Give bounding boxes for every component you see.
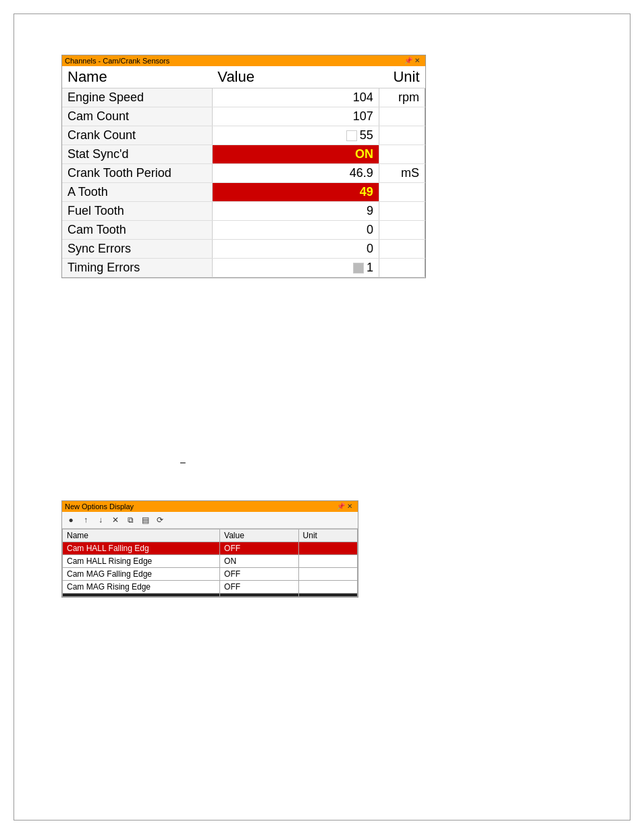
channels-table: Name Value Unit Engine Speed104rpmCam Co… <box>62 66 425 278</box>
option-name-1: Cam HALL Rising Edge <box>63 555 220 568</box>
toolbar-btn-copy2[interactable]: ▤ <box>139 514 151 526</box>
bottom-panel: New Options Display 📌 ✕ ● ↑ ↓ ✕ ⧉ ▤ ⟳ Na… <box>61 500 358 598</box>
toolbar-btn-copy1[interactable]: ⧉ <box>124 514 136 526</box>
options-row-4 <box>63 594 358 597</box>
channel-unit-2 <box>379 126 425 145</box>
channel-value-0: 104 <box>212 88 379 107</box>
channel-value-7: 0 <box>212 221 379 240</box>
toolbar-btn-down[interactable]: ↓ <box>95 514 107 526</box>
option-name-3: Cam MAG Rising Edge <box>63 581 220 594</box>
channel-value-text-8: 0 <box>367 242 373 255</box>
channel-unit-7 <box>379 221 425 240</box>
channels-row-1: Cam Count107 <box>62 107 425 126</box>
option-unit-3 <box>298 581 357 594</box>
option-unit-1 <box>298 555 357 568</box>
options-col-name: Name <box>63 529 220 542</box>
channel-value-4: 46.9 <box>212 164 379 183</box>
option-unit-0 <box>298 542 357 555</box>
channel-value-3: ON <box>212 145 379 164</box>
channel-unit-4: mS <box>379 164 425 183</box>
col-header-unit: Unit <box>379 66 425 88</box>
channel-value-1: 107 <box>212 107 379 126</box>
bottom-panel-icons: 📌 ✕ <box>337 502 355 511</box>
option-name-0: Cam HALL Falling Edg <box>63 542 220 555</box>
col-header-name: Name <box>62 66 212 88</box>
channel-name-1: Cam Count <box>62 107 212 126</box>
options-col-unit: Unit <box>298 529 357 542</box>
channel-name-4: Crank Tooth Period <box>62 164 212 183</box>
options-row-2: Cam MAG Falling EdgeOFF <box>63 568 358 581</box>
close-icon[interactable]: ✕ <box>414 57 423 65</box>
channel-value-text-0: 104 <box>353 90 373 104</box>
option-value-2: OFF <box>220 568 299 581</box>
channel-value-text-2: 55 <box>360 128 373 142</box>
channels-row-8: Sync Errors0 <box>62 240 425 259</box>
top-panel: Channels - Cam/Crank Sensors 📌 ✕ Name Va… <box>61 55 426 278</box>
channel-unit-0: rpm <box>379 88 425 107</box>
option-name-4 <box>63 594 220 597</box>
pin-icon[interactable]: 📌 <box>404 57 412 65</box>
channel-value-text-6: 9 <box>367 204 373 217</box>
outer-border: Channels - Cam/Crank Sensors 📌 ✕ Name Va… <box>14 14 630 820</box>
channel-value-text-9: 1 <box>367 261 373 274</box>
bottom-panel-title: New Options Display <box>65 502 134 511</box>
channels-row-3: Stat Sync'dON <box>62 145 425 164</box>
channel-unit-1 <box>379 107 425 126</box>
channel-name-6: Fuel Tooth <box>62 202 212 221</box>
option-value-1: ON <box>220 555 299 568</box>
channel-value-text-3: ON <box>355 147 373 161</box>
channel-name-9: Timing Errors <box>62 259 212 278</box>
pin-icon-2[interactable]: 📌 <box>337 502 345 511</box>
channel-value-5: 49 <box>212 183 379 202</box>
channel-value-9: 1 <box>212 259 379 278</box>
top-panel-title: Channels - Cam/Crank Sensors <box>65 57 169 65</box>
options-row-3: Cam MAG Rising EdgeOFF <box>63 581 358 594</box>
channel-unit-9 <box>379 259 425 278</box>
bottom-panel-titlebar: New Options Display 📌 ✕ <box>62 501 358 512</box>
channel-value-2: 55 <box>212 126 379 145</box>
options-toolbar: ● ↑ ↓ ✕ ⧉ ▤ ⟳ <box>62 512 358 529</box>
options-table: Name Value Unit Cam HALL Falling EdgOFFC… <box>62 529 358 597</box>
channel-unit-5 <box>379 183 425 202</box>
channel-unit-3 <box>379 145 425 164</box>
value-sq-2 <box>346 130 357 141</box>
toolbar-btn-refresh[interactable]: ⟳ <box>154 514 166 526</box>
col-header-value: Value <box>212 66 379 88</box>
option-value-4 <box>220 594 299 597</box>
channel-name-8: Sync Errors <box>62 240 212 259</box>
channel-value-6: 9 <box>212 202 379 221</box>
options-row-1: Cam HALL Rising EdgeON <box>63 555 358 568</box>
top-panel-icons: 📌 ✕ <box>404 57 423 65</box>
channels-row-9: Timing Errors1 <box>62 259 425 278</box>
channel-value-text-7: 0 <box>367 223 373 236</box>
channels-row-6: Fuel Tooth9 <box>62 202 425 221</box>
value-sq-9 <box>353 263 364 273</box>
channels-row-4: Crank Tooth Period46.9mS <box>62 164 425 183</box>
dash-mark-1: – <box>180 457 186 467</box>
channel-value-text-4: 46.9 <box>350 166 373 180</box>
option-unit-2 <box>298 568 357 581</box>
channel-name-2: Crank Count <box>62 126 212 145</box>
channels-row-0: Engine Speed104rpm <box>62 88 425 107</box>
options-header-row: Name Value Unit <box>63 529 358 542</box>
channel-value-8: 0 <box>212 240 379 259</box>
channel-name-7: Cam Tooth <box>62 221 212 240</box>
channel-name-3: Stat Sync'd <box>62 145 212 164</box>
option-value-0: OFF <box>220 542 299 555</box>
channels-row-7: Cam Tooth0 <box>62 221 425 240</box>
channels-header-row: Name Value Unit <box>62 66 425 88</box>
channel-value-text-1: 107 <box>353 109 373 123</box>
close-icon-2[interactable]: ✕ <box>347 502 355 511</box>
toolbar-btn-up[interactable]: ↑ <box>80 514 92 526</box>
channel-value-text-5: 49 <box>360 185 373 199</box>
options-row-0: Cam HALL Falling EdgOFF <box>63 542 358 555</box>
channel-name-0: Engine Speed <box>62 88 212 107</box>
toolbar-btn-delete[interactable]: ✕ <box>109 514 122 526</box>
top-panel-titlebar: Channels - Cam/Crank Sensors 📌 ✕ <box>62 55 425 66</box>
channels-row-5: A Tooth49 <box>62 183 425 202</box>
channels-row-2: Crank Count55 <box>62 126 425 145</box>
option-unit-4 <box>298 594 357 597</box>
option-value-3: OFF <box>220 581 299 594</box>
toolbar-btn-add[interactable]: ● <box>65 514 77 526</box>
options-col-value: Value <box>220 529 299 542</box>
